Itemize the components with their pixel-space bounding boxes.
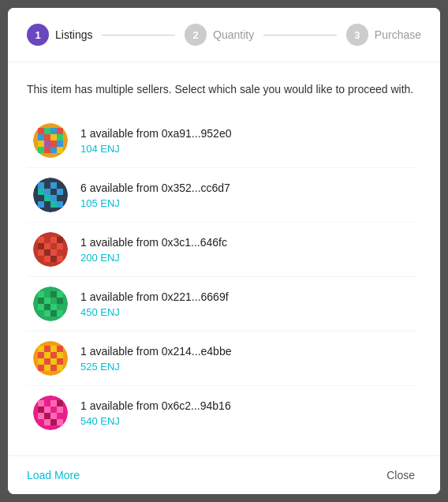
svg-rect-41 (50, 243, 57, 249)
load-more-button[interactable]: Load More (27, 466, 80, 485)
svg-rect-3 (50, 128, 57, 134)
svg-rect-45 (50, 249, 57, 256)
listing-price: 525 ENJ (80, 361, 231, 373)
svg-rect-50 (57, 256, 63, 262)
svg-rect-98 (38, 419, 44, 425)
listing-info: 1 available from 0x3c1...646fc 200 ENJ (80, 236, 227, 264)
svg-rect-88 (50, 400, 57, 406)
svg-rect-13 (38, 147, 44, 153)
svg-rect-15 (50, 147, 57, 153)
list-item[interactable]: 1 available from 0xa91...952e0 104 ENJ (27, 114, 418, 168)
listing-info: 1 available from 0x214...e4bbe 525 ENJ (80, 345, 231, 373)
step-listings: 1 Listings (27, 24, 92, 46)
svg-rect-90 (38, 406, 44, 413)
listing-info: 1 available from 0xa91...952e0 104 ENJ (80, 127, 231, 155)
svg-rect-89 (57, 400, 63, 406)
step-connector-1 (102, 35, 175, 36)
svg-rect-37 (50, 237, 57, 243)
svg-rect-49 (50, 256, 57, 262)
svg-rect-77 (38, 358, 44, 365)
svg-rect-10 (44, 140, 50, 147)
svg-rect-20 (50, 182, 57, 189)
svg-rect-54 (50, 291, 57, 298)
svg-rect-57 (44, 298, 50, 304)
svg-rect-75 (50, 352, 57, 358)
listing-info: 6 available from 0x352...cc6d7 105 ENJ (80, 182, 230, 209)
svg-rect-5 (38, 134, 44, 140)
svg-rect-99 (44, 419, 50, 425)
svg-rect-65 (44, 310, 50, 317)
step-1-circle: 1 (27, 24, 49, 46)
svg-rect-27 (44, 195, 50, 201)
svg-rect-70 (44, 346, 50, 352)
avatar (33, 287, 68, 321)
svg-rect-19 (44, 182, 50, 189)
listing-info: 1 available from 0x221...6669f 450 ENJ (80, 290, 229, 318)
svg-rect-36 (44, 237, 50, 243)
svg-rect-2 (44, 128, 50, 134)
avatar (33, 123, 68, 158)
stepper: 1 Listings 2 Quantity 3 Purchase (8, 8, 440, 62)
svg-rect-46 (57, 249, 63, 256)
svg-rect-6 (44, 134, 50, 140)
svg-rect-26 (38, 195, 44, 201)
svg-rect-16 (57, 147, 63, 153)
svg-rect-32 (50, 201, 57, 208)
listing-price: 200 ENJ (80, 252, 227, 264)
svg-rect-30 (38, 201, 44, 208)
list-item[interactable]: 6 available from 0x352...cc6d7 105 ENJ (27, 168, 418, 223)
listing-title: 1 available from 0xa91...952e0 (80, 127, 231, 140)
modal: 1 Listings 2 Quantity 3 Purchase This it (8, 8, 440, 494)
svg-rect-38 (57, 237, 63, 243)
svg-rect-31 (44, 201, 50, 208)
step-quantity: 2 Quantity (185, 24, 254, 46)
svg-rect-61 (44, 304, 50, 310)
listing-title: 6 available from 0x352...cc6d7 (80, 182, 230, 194)
list-item[interactable]: 1 available from 0x6c2...94b16 540 ENJ (27, 386, 418, 436)
svg-rect-81 (38, 365, 44, 371)
avatar (33, 395, 68, 430)
svg-rect-71 (50, 346, 57, 352)
svg-rect-52 (38, 291, 44, 298)
svg-rect-96 (50, 413, 57, 419)
svg-rect-78 (44, 358, 50, 365)
svg-rect-8 (57, 134, 63, 140)
svg-rect-60 (38, 304, 44, 310)
listing-price: 105 ENJ (80, 197, 230, 209)
svg-rect-18 (38, 182, 44, 189)
svg-rect-21 (57, 182, 63, 189)
list-item[interactable]: 1 available from 0x3c1...646fc 200 ENJ (27, 223, 418, 277)
listing-title: 1 available from 0x214...e4bbe (80, 345, 231, 358)
listing-title: 1 available from 0x221...6669f (80, 290, 229, 303)
modal-overlay: 1 Listings 2 Quantity 3 Purchase This it (0, 0, 448, 502)
close-button[interactable]: Close (380, 466, 421, 485)
content: This item has multiple sellers. Select w… (8, 62, 440, 455)
svg-rect-84 (57, 365, 63, 371)
svg-rect-80 (57, 358, 63, 365)
svg-rect-73 (38, 352, 44, 358)
step-purchase: 3 Purchase (346, 24, 421, 46)
svg-rect-43 (38, 249, 44, 256)
svg-rect-86 (38, 400, 44, 406)
svg-rect-7 (50, 134, 57, 140)
listing-price: 104 ENJ (80, 143, 231, 155)
svg-rect-100 (50, 419, 57, 425)
step-1-label: Listings (55, 28, 92, 41)
svg-rect-48 (44, 256, 50, 262)
list-item[interactable]: 1 available from 0x214...e4bbe 525 ENJ (27, 332, 418, 386)
svg-rect-69 (38, 346, 44, 352)
listing-price: 450 ENJ (80, 306, 229, 318)
svg-rect-92 (50, 406, 57, 413)
svg-rect-40 (44, 243, 50, 249)
svg-rect-97 (57, 413, 63, 419)
list-item[interactable]: 1 available from 0x221...6669f 450 ENJ (27, 277, 418, 332)
avatar (33, 341, 68, 376)
avatar (33, 232, 68, 267)
svg-rect-74 (44, 352, 50, 358)
svg-rect-66 (50, 310, 57, 317)
svg-rect-59 (57, 298, 63, 304)
listings-container[interactable]: 1 available from 0xa91...952e0 104 ENJ (27, 114, 421, 436)
description-text: This item has multiple sellers. Select w… (27, 81, 421, 98)
svg-rect-101 (57, 419, 63, 425)
svg-rect-22 (38, 189, 44, 195)
